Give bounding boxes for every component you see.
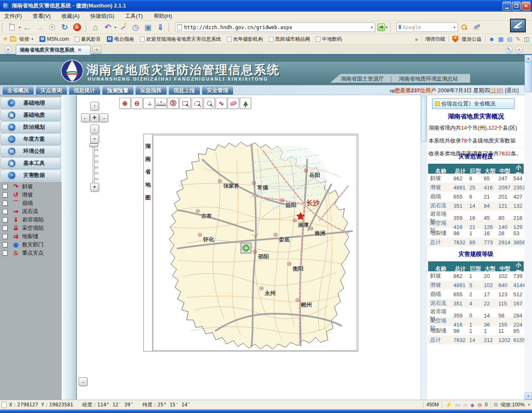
select-rectangle-tool-button[interactable] bbox=[180, 98, 191, 109]
logout-link[interactable]: [注销] bbox=[490, 87, 503, 93]
layer-checkbox-岩溶塌陷[interactable] bbox=[2, 217, 8, 223]
sidebar-section-环境公报[interactable]: ▤环境公报 bbox=[0, 145, 61, 157]
scroll-down-button[interactable]: ▼ bbox=[525, 393, 532, 400]
favorites-star-button[interactable]: ★ bbox=[4, 46, 12, 54]
search-button[interactable] bbox=[459, 22, 470, 33]
table-row[interactable]: 泥石流3511484121132 bbox=[428, 201, 524, 210]
sidebar-section-灾害数据[interactable]: ◔灾害数据 bbox=[0, 170, 61, 181]
pen-cup-icon[interactable]: ✎ bbox=[516, 36, 521, 42]
toolbar-grip[interactable] bbox=[2, 23, 4, 32]
table-row[interactable]: 滑坡489151026404144 bbox=[428, 280, 524, 290]
nav-tab-全省概况[interactable]: 全省概况 bbox=[2, 86, 34, 95]
user-icon[interactable]: ☻ bbox=[489, 36, 495, 42]
content-scrollbar-thumb[interactable] bbox=[421, 96, 427, 142]
zoom-caret-icon[interactable]: ▾ bbox=[528, 403, 530, 407]
links-bar-item[interactable]: MMSN.com bbox=[39, 36, 69, 42]
forward-button[interactable]: → bbox=[34, 22, 45, 33]
pan-left-button[interactable]: ← bbox=[81, 113, 90, 122]
table-row[interactable]: 岩溶塌陷35901456284 bbox=[428, 308, 524, 317]
new-page-caret-icon[interactable]: ▾ bbox=[19, 25, 21, 30]
undo-caret-icon[interactable]: ▾ bbox=[115, 25, 117, 30]
links-bar-item[interactable]: M电台指南 bbox=[107, 36, 134, 43]
new-window-icon[interactable]: ▱ bbox=[463, 402, 468, 408]
popup-blocker-icon[interactable]: ⊖ bbox=[478, 402, 482, 408]
nav-tab-灾点查询[interactable]: 灾点查询 bbox=[35, 86, 67, 95]
pan-down-button[interactable]: ↓ bbox=[90, 125, 99, 133]
sidebar-section-基础地理[interactable]: »基础地理 bbox=[0, 97, 61, 109]
layer-checkbox-泥石流[interactable] bbox=[2, 209, 8, 214]
maxthon-charity-button[interactable]: 傲游公益 bbox=[462, 36, 482, 43]
layer-checkbox-滑坡[interactable] bbox=[2, 192, 8, 198]
eraser-tool-button[interactable] bbox=[228, 98, 239, 109]
layer-checkbox-斜坡[interactable] bbox=[2, 184, 8, 189]
links-bar-item[interactable]: 欢迎登陆湖南省地质灾害信息系统 bbox=[140, 36, 221, 43]
magic-fill-button[interactable] bbox=[118, 22, 128, 33]
zoom-out-tool-button[interactable]: ⊖ bbox=[131, 98, 143, 109]
pan-up-button[interactable]: ↑ bbox=[90, 102, 99, 111]
maxthon-swan-logo[interactable] bbox=[510, 19, 526, 32]
table-row[interactable]: 地裂缝981162853 bbox=[428, 229, 524, 238]
history-button[interactable]: ◷ bbox=[130, 22, 141, 33]
menu-item-帮助(H)[interactable]: 帮助(H) bbox=[154, 12, 172, 20]
sidebar-section-基本工具[interactable]: ▦基本工具 bbox=[0, 157, 61, 169]
layer-checkbox-崩塌[interactable] bbox=[2, 201, 8, 206]
enhance-features-button[interactable]: 增强功能 bbox=[425, 36, 445, 43]
menu-item-工具(T)[interactable]: 工具(T) bbox=[125, 12, 143, 20]
scroll-up-button[interactable]: ▲ bbox=[525, 55, 532, 62]
layer-checkbox-采空塌陷[interactable] bbox=[2, 226, 8, 231]
layer-checkbox-地裂缝[interactable] bbox=[2, 234, 8, 239]
sidebar-section-年度方案[interactable]: ▭年度方案 bbox=[0, 133, 61, 145]
plugin-icon[interactable]: ◫ bbox=[524, 36, 530, 42]
zoom-slider-handle[interactable] bbox=[89, 143, 98, 147]
select-circle-tool-button[interactable] bbox=[204, 98, 215, 109]
zoom-level[interactable]: 缩放:100% bbox=[500, 401, 525, 408]
sidebar-section-基础地质[interactable]: ▣基础地质 bbox=[0, 109, 61, 121]
table-row[interactable]: 斜坡862665247544 bbox=[428, 174, 524, 183]
history-dropdown-button[interactable]: ▼ bbox=[47, 22, 58, 33]
zoom-out-slider-button[interactable]: − bbox=[90, 135, 99, 143]
search-box[interactable]: 8 Google ▾ bbox=[397, 22, 458, 32]
select-polygon-tool-button[interactable] bbox=[192, 98, 203, 109]
draw-redline-tool-button[interactable]: ∿ bbox=[216, 98, 227, 109]
nav-tab-预测预警[interactable]: 预测预警 bbox=[102, 86, 134, 95]
download-button[interactable]: ⇓ bbox=[155, 22, 166, 33]
pan-tool-button[interactable]: ↔↕ bbox=[143, 98, 155, 109]
table-row[interactable]: 岩溶塌陷359164580218 bbox=[428, 210, 524, 219]
table-row[interactable]: 总计76321421212026155 bbox=[428, 335, 524, 344]
menu-item-查看(V)[interactable]: 查看(V) bbox=[33, 12, 51, 20]
links-folder[interactable]: 链接 ▾ bbox=[10, 36, 34, 43]
table-row[interactable]: 崩塌655217123512 bbox=[428, 290, 524, 299]
resize-icon[interactable]: ⧉ bbox=[494, 401, 498, 408]
sidebar-section-防治规划[interactable]: ✛防治规划 bbox=[0, 121, 61, 133]
address-dropdown-icon[interactable]: ▾ bbox=[371, 25, 373, 30]
go-caret-icon[interactable]: ▾ bbox=[386, 25, 388, 30]
tab-settings-button[interactable]: 🔧 bbox=[505, 46, 513, 54]
stop-button[interactable]: × bbox=[72, 22, 83, 33]
menu-item-文件(F)[interactable]: 文件(F) bbox=[4, 12, 22, 20]
nav-tab-信息上报[interactable]: 信息上报 bbox=[168, 86, 200, 95]
new-tab-button[interactable]: + bbox=[92, 46, 101, 54]
favorites-heart-icon[interactable]: ♥ bbox=[3, 35, 7, 43]
layer-checkbox-重点灾点[interactable] bbox=[2, 251, 8, 256]
search-engine-caret-icon[interactable]: ▾ bbox=[453, 25, 456, 30]
zoom-in-tool-button[interactable]: ⊕ bbox=[119, 98, 131, 109]
table-row[interactable]: 滑坡48912541620972353 bbox=[428, 183, 524, 192]
menu-item-快捷组(G)[interactable]: 快捷组(G) bbox=[90, 12, 114, 20]
links-bar-item[interactable]: 暴风影音 bbox=[75, 36, 101, 43]
browser-scrollbar[interactable]: ▲ ▼ bbox=[525, 55, 532, 400]
pan-right-button[interactable]: → bbox=[99, 113, 108, 122]
menu-item-收藏(A)[interactable]: 收藏(A) bbox=[62, 12, 79, 20]
address-bar[interactable]: http://dzzh.hndh.gov.cn/gridweb.aspx ▾ bbox=[175, 22, 375, 32]
back-button[interactable]: ← bbox=[22, 22, 33, 33]
links-bar-item[interactable]: 光年摄影机构 bbox=[227, 36, 263, 43]
table-row[interactable]: 泥石流351422115167 bbox=[428, 299, 524, 308]
minimize-button[interactable]: ▁ bbox=[502, 2, 511, 10]
zoom-in-slider-button[interactable]: + bbox=[90, 183, 99, 192]
highlight-button[interactable] bbox=[471, 22, 482, 33]
search-input[interactable]: Google bbox=[403, 25, 451, 30]
tab-list-close-button[interactable]: ✕ bbox=[515, 46, 523, 54]
content-scrollbar[interactable] bbox=[421, 95, 427, 400]
table-row[interactable]: 斜坡862120102739 bbox=[428, 271, 524, 280]
proxy-icon[interactable]: ▭ bbox=[455, 402, 460, 408]
links-bar-item[interactable]: 觅路城市精品网 bbox=[269, 36, 310, 43]
